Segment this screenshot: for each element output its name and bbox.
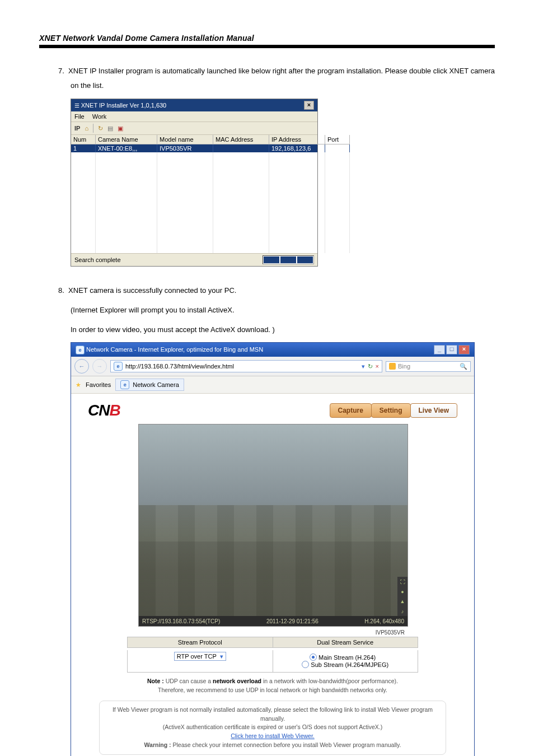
ie-favorites-bar: ★ Favorites eNetwork Camera	[71, 376, 474, 394]
col-camera-name[interactable]: Camera Name	[96, 135, 157, 144]
close-icon[interactable]: ×	[304, 101, 314, 110]
installer-statusbar: Search complete	[71, 253, 317, 266]
snapshot-icon[interactable]: ▲	[400, 599, 405, 604]
step-8: 8. XNET camera is successfully connected…	[54, 283, 495, 298]
menu-work[interactable]: Work	[92, 113, 106, 120]
udp-note: Note : UDP can cause a network overload …	[105, 677, 441, 695]
maximize-icon[interactable]: □	[446, 345, 457, 354]
nav-forward-icon[interactable]: →	[92, 359, 107, 374]
status-text: Search complete	[74, 256, 121, 263]
install-web-viewer-link[interactable]: Click here to install Web Viewer.	[231, 732, 315, 739]
list-icon[interactable]: ▤	[107, 125, 113, 132]
col-port[interactable]: Port	[325, 135, 350, 144]
main-stream-radio[interactable]: Main Stream (H.264)	[310, 654, 376, 661]
col-ip-address[interactable]: IP Address	[269, 135, 325, 144]
col-mac-address[interactable]: MAC Address	[213, 135, 269, 144]
record-icon[interactable]: ●	[401, 589, 404, 595]
cell-cam: XNET-00:E8,,,	[96, 144, 157, 152]
page-content: CNB Capture Setting Live View ⛶●▲♪ RTSP:…	[71, 394, 474, 756]
browser-tab[interactable]: eNetwork Camera	[115, 379, 184, 391]
model-label: IVP5035VR	[376, 629, 405, 636]
col-model-name[interactable]: Model name	[157, 135, 213, 144]
cell-num: 1	[71, 144, 96, 152]
step-7: 7. XNET IP Installer program is automati…	[54, 64, 495, 93]
live-view-button[interactable]: Live View	[410, 403, 457, 418]
ie-window: e Network Camera - Internet Explorer, op…	[71, 342, 475, 756]
empty-row	[71, 169, 317, 178]
doc-header: XNET Network Vandal Dome Camera Installa…	[39, 34, 495, 43]
empty-row	[71, 152, 317, 161]
installer-toolbar: IP ⌂ ↻ ▤ ▣	[71, 122, 317, 135]
tab-icon: e	[120, 380, 129, 389]
dual-stream-header: Dual Stream Service	[273, 637, 419, 648]
menu-file[interactable]: File	[74, 113, 85, 120]
table-body: 1 XNET-00:E8,,, IVP5035VR 192,168,123,6 …	[71, 144, 317, 253]
col-num[interactable]: Num	[71, 135, 96, 144]
table-row[interactable]: 1 XNET-00:E8,,, IVP5035VR 192,168,123,6 …	[71, 144, 317, 152]
step-8-line3: In order to view video, you must accept …	[71, 323, 495, 337]
video-controls[interactable]: ⛶●▲♪	[397, 577, 407, 616]
search-input[interactable]: Bing🔍	[386, 361, 471, 372]
cell-ip: 192,168,123,6	[269, 144, 325, 152]
audio-icon[interactable]: ♪	[401, 609, 404, 614]
step-7-text: XNET IP Installer program is automatical…	[68, 67, 495, 90]
empty-row	[71, 236, 317, 245]
overlay-codec: H.264, 640x480	[364, 618, 404, 624]
divider	[39, 45, 495, 48]
empty-row	[71, 194, 317, 203]
empty-row	[71, 228, 317, 236]
stream-protocol-cell: RTP over TCP ▾	[127, 650, 273, 673]
nav-back-icon[interactable]: ←	[74, 359, 89, 374]
action-icon[interactable]: ▣	[118, 125, 123, 132]
home-icon[interactable]: ⌂	[85, 125, 88, 132]
ie-titlebar: e Network Camera - Internet Explorer, op…	[71, 343, 474, 357]
empty-row	[71, 178, 317, 186]
favorites-label[interactable]: Favorites	[86, 381, 111, 388]
capture-button[interactable]: Capture	[330, 403, 372, 418]
minimize-icon[interactable]: _	[434, 345, 445, 354]
close-icon[interactable]: ×	[458, 345, 470, 354]
url-dropdown-icon[interactable]: ▾	[362, 363, 365, 370]
installer-titlebar: ☰ XNET IP Installer Ver 1,0,1,630 ×	[71, 99, 317, 111]
installer-window: ☰ XNET IP Installer Ver 1,0,1,630 × File…	[71, 99, 318, 267]
page-icon: e	[114, 362, 123, 371]
fit-icon[interactable]: ⛶	[400, 579, 405, 585]
installer-title: ☰ XNET IP Installer Ver 1,0,1,630	[74, 102, 166, 109]
url-input[interactable]: ehttp://193.168.0.73/html/view/index.htm…	[110, 360, 382, 372]
dual-stream-cell: Main Stream (H.264) Sub Stream (H.264/MJ…	[273, 650, 419, 673]
empty-row	[71, 211, 317, 220]
cell-port: 80	[325, 144, 350, 152]
chevron-down-icon: ▾	[220, 653, 223, 660]
video-feed: ⛶●▲♪ RTSP://193.168.0.73:554(TCP) 2011-1…	[138, 424, 408, 627]
cell-mac	[213, 144, 269, 152]
refresh-icon[interactable]: ↻	[368, 363, 373, 370]
video-overlay: RTSP://193.168.0.73:554(TCP) 2011-12-29 …	[139, 616, 407, 626]
step-7-number: 7.	[58, 67, 64, 75]
setting-button[interactable]: Setting	[371, 403, 411, 418]
favorites-icon[interactable]: ★	[76, 381, 81, 389]
activex-note: If Web Viewer program is not normally in…	[99, 701, 446, 755]
empty-row	[71, 161, 317, 169]
stream-protocol-select[interactable]: RTP over TCP ▾	[174, 652, 226, 661]
empty-row	[71, 220, 317, 228]
installer-menubar: File Work	[71, 111, 317, 122]
sub-stream-radio[interactable]: Sub Stream (H.264/MJPEG)	[302, 661, 388, 668]
step-8-line1: XNET camera is successfully connected to…	[68, 286, 236, 295]
step-8-line2: (Internet Explorer will prompt you to in…	[71, 304, 495, 318]
ie-icon: e	[76, 346, 85, 354]
separator	[93, 124, 93, 133]
ip-label: IP	[74, 125, 80, 132]
overlay-rtsp: RTSP://193.168.0.73:554(TCP)	[142, 618, 220, 624]
ie-title: e Network Camera - Internet Explorer, op…	[76, 346, 263, 354]
refresh-icon[interactable]: ↻	[98, 125, 103, 132]
progress-bar	[263, 255, 314, 264]
stream-protocol-header: Stream Protocol	[127, 637, 273, 648]
stop-icon[interactable]: ×	[376, 363, 379, 370]
table-header: Num Camera Name Model name MAC Address I…	[71, 135, 317, 144]
empty-row	[71, 186, 317, 194]
cnb-logo: CNB	[88, 402, 120, 419]
search-icon[interactable]: 🔍	[460, 363, 467, 370]
bing-icon	[389, 363, 396, 370]
step-8-number: 8.	[58, 286, 64, 295]
empty-row	[71, 245, 317, 253]
